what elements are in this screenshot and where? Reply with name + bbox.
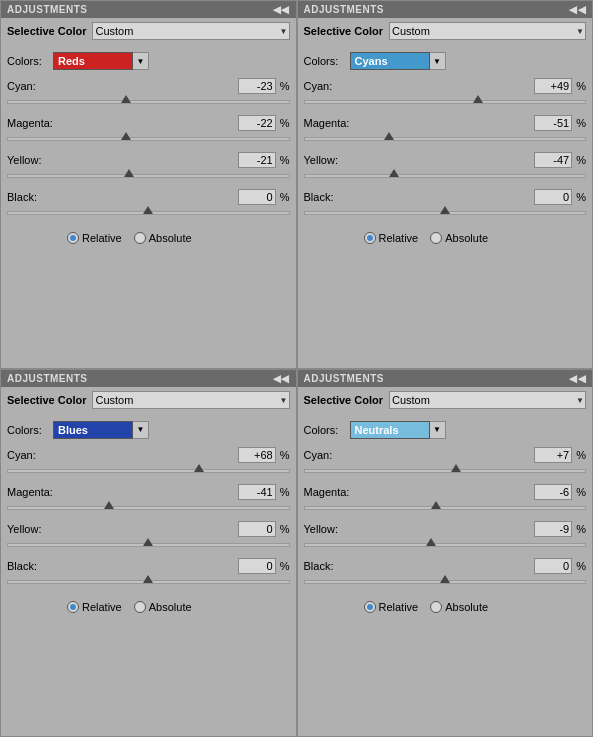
slider-track[interactable] — [7, 580, 290, 584]
slider-row-0: Cyan: +49 % — [304, 78, 587, 109]
slider-track-wrap[interactable] — [304, 95, 587, 109]
preset-select[interactable]: Custom — [92, 22, 289, 40]
slider-thumb[interactable] — [194, 464, 204, 472]
slider-value-box[interactable]: -23 — [238, 78, 276, 94]
slider-pct-label: % — [576, 449, 586, 461]
absolute-radio[interactable] — [134, 232, 146, 244]
slider-track[interactable] — [304, 100, 587, 104]
preset-select-wrapper[interactable]: Custom ▼ — [389, 391, 586, 409]
color-swatch[interactable]: Neutrals — [350, 421, 430, 439]
slider-thumb[interactable] — [384, 132, 394, 140]
slider-thumb[interactable] — [440, 575, 450, 583]
color-arrow-button[interactable]: ▼ — [430, 421, 446, 439]
color-swatch[interactable]: Cyans — [350, 52, 430, 70]
absolute-option[interactable]: Absolute — [430, 601, 488, 613]
slider-track-wrap[interactable] — [304, 538, 587, 552]
relative-option[interactable]: Relative — [364, 232, 419, 244]
slider-thumb[interactable] — [426, 538, 436, 546]
slider-value-box[interactable]: -41 — [238, 484, 276, 500]
slider-track[interactable] — [304, 543, 587, 547]
color-arrow-button[interactable]: ▼ — [133, 52, 149, 70]
slider-track-wrap[interactable] — [7, 206, 290, 220]
slider-track-wrap[interactable] — [304, 132, 587, 146]
slider-value-box[interactable]: -22 — [238, 115, 276, 131]
preset-select-wrapper[interactable]: Custom ▼ — [92, 391, 289, 409]
relative-option[interactable]: Relative — [67, 232, 122, 244]
slider-thumb[interactable] — [473, 95, 483, 103]
slider-value-box[interactable]: 0 — [534, 558, 572, 574]
slider-track[interactable] — [7, 137, 290, 141]
slider-thumb[interactable] — [389, 169, 399, 177]
slider-track[interactable] — [7, 211, 290, 215]
slider-track[interactable] — [304, 174, 587, 178]
slider-track-wrap[interactable] — [304, 464, 587, 478]
slider-track-wrap[interactable] — [304, 501, 587, 515]
slider-value-wrap: -6 % — [534, 484, 586, 500]
slider-track-wrap[interactable] — [304, 206, 587, 220]
slider-track-wrap[interactable] — [7, 132, 290, 146]
slider-value-box[interactable]: +7 — [534, 447, 572, 463]
slider-thumb[interactable] — [121, 95, 131, 103]
slider-value-box[interactable]: -51 — [534, 115, 572, 131]
relative-radio[interactable] — [67, 232, 79, 244]
relative-radio[interactable] — [364, 232, 376, 244]
slider-track-wrap[interactable] — [7, 538, 290, 552]
relative-radio[interactable] — [364, 601, 376, 613]
absolute-radio[interactable] — [430, 601, 442, 613]
slider-value-box[interactable]: +49 — [534, 78, 572, 94]
color-arrow-button[interactable]: ▼ — [133, 421, 149, 439]
slider-track[interactable] — [7, 543, 290, 547]
slider-track-wrap[interactable] — [7, 464, 290, 478]
preset-select[interactable]: Custom — [389, 391, 586, 409]
slider-thumb[interactable] — [124, 169, 134, 177]
slider-thumb[interactable] — [451, 464, 461, 472]
slider-thumb[interactable] — [121, 132, 131, 140]
slider-track[interactable] — [304, 506, 587, 510]
slider-track-wrap[interactable] — [7, 501, 290, 515]
slider-thumb[interactable] — [104, 501, 114, 509]
color-arrow-button[interactable]: ▼ — [430, 52, 446, 70]
absolute-option[interactable]: Absolute — [134, 601, 192, 613]
slider-track[interactable] — [304, 137, 587, 141]
relative-option[interactable]: Relative — [67, 601, 122, 613]
color-swatch[interactable]: Reds — [53, 52, 133, 70]
slider-track-wrap[interactable] — [7, 575, 290, 589]
color-swatch[interactable]: Blues — [53, 421, 133, 439]
slider-row-0: Cyan: -23 % — [7, 78, 290, 109]
preset-select[interactable]: Custom — [389, 22, 586, 40]
slider-track[interactable] — [7, 174, 290, 178]
slider-thumb[interactable] — [440, 206, 450, 214]
slider-track[interactable] — [304, 211, 587, 215]
preset-select-wrapper[interactable]: Custom ▼ — [92, 22, 289, 40]
slider-track-wrap[interactable] — [304, 575, 587, 589]
preset-select[interactable]: Custom — [92, 391, 289, 409]
absolute-radio[interactable] — [134, 601, 146, 613]
slider-track-wrap[interactable] — [7, 95, 290, 109]
slider-thumb[interactable] — [431, 501, 441, 509]
slider-track[interactable] — [7, 506, 290, 510]
slider-value-box[interactable]: 0 — [238, 521, 276, 537]
slider-value-box[interactable]: -47 — [534, 152, 572, 168]
slider-value-box[interactable]: +68 — [238, 447, 276, 463]
slider-track-wrap[interactable] — [304, 169, 587, 183]
slider-thumb[interactable] — [143, 538, 153, 546]
slider-value-box[interactable]: 0 — [238, 189, 276, 205]
slider-track-wrap[interactable] — [7, 169, 290, 183]
slider-value-box[interactable]: -6 — [534, 484, 572, 500]
slider-track[interactable] — [304, 469, 587, 473]
slider-track[interactable] — [7, 100, 290, 104]
slider-thumb[interactable] — [143, 575, 153, 583]
relative-option[interactable]: Relative — [364, 601, 419, 613]
slider-value-box[interactable]: -21 — [238, 152, 276, 168]
slider-value-box[interactable]: 0 — [238, 558, 276, 574]
absolute-radio[interactable] — [430, 232, 442, 244]
relative-radio[interactable] — [67, 601, 79, 613]
slider-track[interactable] — [7, 469, 290, 473]
slider-thumb[interactable] — [143, 206, 153, 214]
absolute-option[interactable]: Absolute — [430, 232, 488, 244]
preset-select-wrapper[interactable]: Custom ▼ — [389, 22, 586, 40]
slider-value-box[interactable]: -9 — [534, 521, 572, 537]
absolute-option[interactable]: Absolute — [134, 232, 192, 244]
slider-track[interactable] — [304, 580, 587, 584]
slider-value-box[interactable]: 0 — [534, 189, 572, 205]
